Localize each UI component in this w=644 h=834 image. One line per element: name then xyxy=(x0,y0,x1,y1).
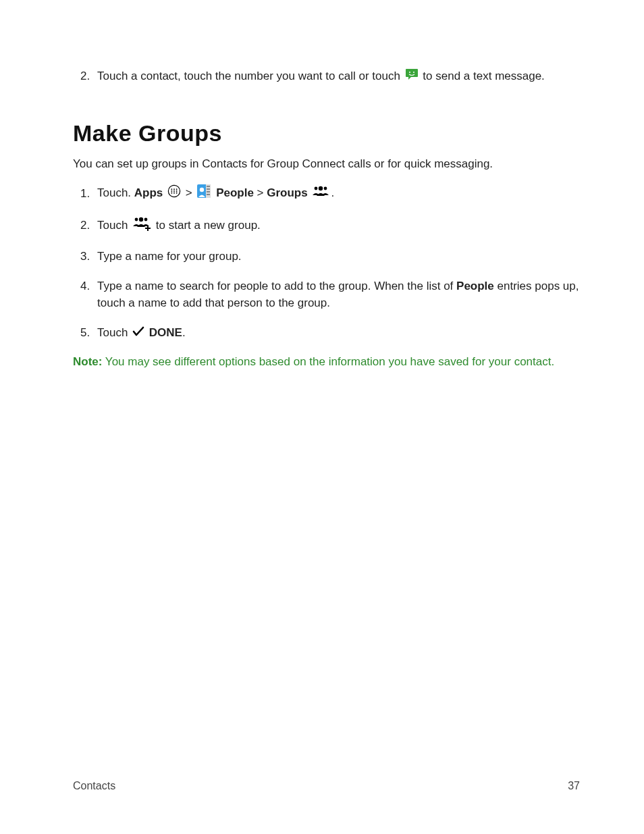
svg-point-24 xyxy=(144,218,148,221)
message-icon xyxy=(405,68,419,86)
step-text: . xyxy=(182,326,186,339)
apps-label: Apps xyxy=(134,187,163,200)
svg-point-11 xyxy=(176,192,178,194)
step-text: Touch a contact, touch the number you wa… xyxy=(97,70,404,82)
svg-rect-14 xyxy=(207,186,210,187)
step-text: Type a name to search for people to add … xyxy=(97,280,456,292)
steps-list: Touch. Apps > xyxy=(73,184,580,342)
svg-point-8 xyxy=(176,191,178,192)
checkmark-icon xyxy=(132,325,144,342)
svg-point-18 xyxy=(200,188,204,192)
section-heading: Make Groups xyxy=(73,120,580,147)
step-text: Touch xyxy=(97,219,131,232)
apps-grid-icon xyxy=(167,184,181,203)
add-group-icon xyxy=(132,216,151,236)
svg-point-0 xyxy=(409,72,410,73)
list-item: Touch to start a new group. xyxy=(93,216,580,236)
list-item: Touch DONE. xyxy=(93,324,580,342)
list-item: Touch. Apps > xyxy=(93,184,580,204)
svg-rect-16 xyxy=(207,191,210,192)
note-paragraph: Note: You may see different options base… xyxy=(73,354,580,370)
svg-rect-15 xyxy=(207,188,210,190)
people-label: People xyxy=(213,187,253,200)
svg-point-23 xyxy=(139,217,143,221)
svg-point-10 xyxy=(173,192,175,194)
separator: > xyxy=(254,187,267,200)
step-text: to start a new group. xyxy=(156,219,261,232)
svg-point-20 xyxy=(319,186,323,190)
continued-step-list: Touch a contact, touch the number you wa… xyxy=(73,68,580,86)
step-text: to send a text message. xyxy=(423,70,545,82)
svg-point-1 xyxy=(413,72,414,73)
svg-point-9 xyxy=(171,192,173,194)
people-label: People xyxy=(456,280,494,292)
svg-point-4 xyxy=(173,189,175,190)
step-text: Touch xyxy=(97,326,131,339)
svg-point-21 xyxy=(324,187,327,190)
page-footer: Contacts 37 xyxy=(73,780,580,792)
intro-paragraph: You can set up groups in Contacts for Gr… xyxy=(73,156,580,172)
svg-point-3 xyxy=(171,189,173,190)
list-item: Type a name for your group. xyxy=(93,248,580,265)
done-label: DONE xyxy=(146,326,182,339)
footer-page-number: 37 xyxy=(568,780,580,792)
svg-point-5 xyxy=(176,189,178,190)
step-text: Type a name for your group. xyxy=(97,250,242,263)
footer-section-name: Contacts xyxy=(73,780,115,792)
groups-label: Groups xyxy=(267,187,307,200)
groups-icon xyxy=(312,185,329,203)
list-item: Type a name to search for people to add … xyxy=(93,278,580,312)
separator: > xyxy=(182,187,195,200)
svg-rect-17 xyxy=(207,194,210,195)
svg-point-22 xyxy=(135,218,138,221)
note-label: Note: xyxy=(73,355,102,368)
svg-point-7 xyxy=(173,191,175,192)
svg-point-6 xyxy=(171,191,173,192)
svg-point-19 xyxy=(315,187,318,190)
note-text: You may see different options based on t… xyxy=(102,355,554,368)
list-item: Touch a contact, touch the number you wa… xyxy=(93,68,580,86)
step-text: . xyxy=(331,187,334,200)
step-text: Touch. xyxy=(97,187,134,200)
people-app-icon xyxy=(196,184,211,204)
page: Touch a contact, touch the number you wa… xyxy=(0,0,644,834)
